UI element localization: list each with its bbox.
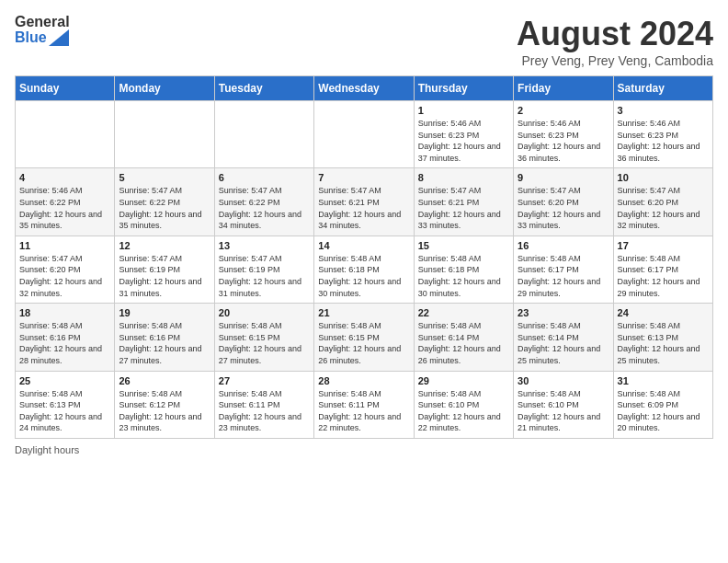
calendar-cell: 29Sunrise: 5:48 AMSunset: 6:10 PMDayligh…	[414, 371, 513, 438]
calendar-cell: 31Sunrise: 5:48 AMSunset: 6:09 PMDayligh…	[613, 371, 712, 438]
cell-info-text: Sunrise: 5:48 AMSunset: 6:14 PMDaylight:…	[418, 320, 509, 366]
cell-day-number: 9	[518, 172, 609, 183]
calendar-cell: 22Sunrise: 5:48 AMSunset: 6:14 PMDayligh…	[414, 304, 513, 371]
cell-info-text: Sunrise: 5:48 AMSunset: 6:10 PMDaylight:…	[518, 388, 609, 434]
calendar-week-2: 4Sunrise: 5:46 AMSunset: 6:22 PMDaylight…	[16, 168, 713, 236]
cell-day-number: 16	[518, 240, 609, 251]
calendar-cell: 26Sunrise: 5:48 AMSunset: 6:12 PMDayligh…	[115, 371, 214, 438]
cell-day-number: 7	[318, 172, 409, 183]
calendar-cell: 11Sunrise: 5:47 AMSunset: 6:20 PMDayligh…	[16, 236, 115, 303]
header: General Blue August 2024 Prey Veng, Prey…	[15, 15, 713, 68]
day-header-monday: Monday	[115, 76, 214, 101]
calendar-cell: 19Sunrise: 5:48 AMSunset: 6:16 PMDayligh…	[115, 304, 214, 371]
cell-info-text: Sunrise: 5:48 AMSunset: 6:16 PMDaylight:…	[119, 320, 210, 366]
calendar-cell: 23Sunrise: 5:48 AMSunset: 6:14 PMDayligh…	[514, 304, 613, 371]
cell-day-number: 17	[618, 240, 709, 251]
calendar-week-4: 18Sunrise: 5:48 AMSunset: 6:16 PMDayligh…	[16, 304, 713, 371]
cell-day-number: 24	[618, 307, 709, 318]
logo-triangle-icon	[49, 29, 69, 46]
calendar-cell: 15Sunrise: 5:48 AMSunset: 6:18 PMDayligh…	[414, 236, 513, 303]
calendar-cell: 28Sunrise: 5:48 AMSunset: 6:11 PMDayligh…	[314, 371, 414, 438]
footer-note: Daylight hours	[15, 444, 713, 455]
cell-info-text: Sunrise: 5:46 AMSunset: 6:23 PMDaylight:…	[418, 118, 509, 164]
calendar-cell: 17Sunrise: 5:48 AMSunset: 6:17 PMDayligh…	[613, 236, 712, 303]
cell-info-text: Sunrise: 5:47 AMSunset: 6:20 PMDaylight:…	[19, 253, 110, 299]
cell-info-text: Sunrise: 5:48 AMSunset: 6:15 PMDaylight:…	[318, 320, 409, 366]
cell-day-number: 3	[618, 105, 709, 116]
cell-info-text: Sunrise: 5:48 AMSunset: 6:14 PMDaylight:…	[518, 320, 609, 366]
calendar-cell: 10Sunrise: 5:47 AMSunset: 6:20 PMDayligh…	[613, 168, 712, 236]
cell-day-number: 31	[618, 375, 709, 386]
cell-day-number: 23	[518, 307, 609, 318]
cell-info-text: Sunrise: 5:47 AMSunset: 6:20 PMDaylight:…	[618, 185, 709, 231]
logo: General Blue	[15, 15, 70, 46]
calendar-cell: 24Sunrise: 5:48 AMSunset: 6:13 PMDayligh…	[613, 304, 712, 371]
calendar-week-1: 1Sunrise: 5:46 AMSunset: 6:23 PMDaylight…	[16, 101, 713, 168]
cell-info-text: Sunrise: 5:47 AMSunset: 6:21 PMDaylight:…	[318, 185, 409, 231]
day-header-friday: Friday	[514, 76, 613, 101]
calendar-cell	[214, 101, 313, 168]
cell-info-text: Sunrise: 5:48 AMSunset: 6:18 PMDaylight:…	[418, 253, 509, 299]
cell-day-number: 25	[19, 375, 110, 386]
cell-info-text: Sunrise: 5:48 AMSunset: 6:13 PMDaylight:…	[618, 320, 709, 366]
calendar-cell: 2Sunrise: 5:46 AMSunset: 6:23 PMDaylight…	[514, 101, 613, 168]
cell-info-text: Sunrise: 5:47 AMSunset: 6:19 PMDaylight:…	[119, 253, 210, 299]
cell-day-number: 4	[19, 172, 110, 183]
cell-info-text: Sunrise: 5:48 AMSunset: 6:16 PMDaylight:…	[19, 320, 110, 366]
cell-day-number: 26	[119, 375, 210, 386]
cell-day-number: 1	[418, 105, 509, 116]
calendar-cell: 21Sunrise: 5:48 AMSunset: 6:15 PMDayligh…	[314, 304, 414, 371]
cell-info-text: Sunrise: 5:47 AMSunset: 6:22 PMDaylight:…	[219, 185, 310, 231]
cell-day-number: 10	[618, 172, 709, 183]
logo-general: General	[15, 15, 70, 29]
cell-info-text: Sunrise: 5:48 AMSunset: 6:09 PMDaylight:…	[618, 388, 709, 434]
cell-day-number: 22	[418, 307, 509, 318]
cell-info-text: Sunrise: 5:47 AMSunset: 6:22 PMDaylight:…	[119, 185, 210, 231]
cell-info-text: Sunrise: 5:48 AMSunset: 6:18 PMDaylight:…	[318, 253, 409, 299]
cell-day-number: 20	[219, 307, 310, 318]
cell-day-number: 14	[318, 240, 409, 251]
cell-info-text: Sunrise: 5:48 AMSunset: 6:11 PMDaylight:…	[318, 388, 409, 434]
calendar-cell: 8Sunrise: 5:47 AMSunset: 6:21 PMDaylight…	[414, 168, 513, 236]
cell-info-text: Sunrise: 5:47 AMSunset: 6:21 PMDaylight:…	[418, 185, 509, 231]
cell-day-number: 8	[418, 172, 509, 183]
cell-info-text: Sunrise: 5:46 AMSunset: 6:23 PMDaylight:…	[618, 118, 709, 164]
calendar-table: SundayMondayTuesdayWednesdayThursdayFrid…	[15, 75, 713, 439]
calendar-cell: 9Sunrise: 5:47 AMSunset: 6:20 PMDaylight…	[514, 168, 613, 236]
calendar-cell: 27Sunrise: 5:48 AMSunset: 6:11 PMDayligh…	[214, 371, 313, 438]
calendar-header: SundayMondayTuesdayWednesdayThursdayFrid…	[16, 76, 713, 101]
calendar-cell: 18Sunrise: 5:48 AMSunset: 6:16 PMDayligh…	[16, 304, 115, 371]
calendar-cell	[16, 101, 115, 168]
day-header-sunday: Sunday	[16, 76, 115, 101]
calendar-cell: 12Sunrise: 5:47 AMSunset: 6:19 PMDayligh…	[115, 236, 214, 303]
cell-day-number: 18	[19, 307, 110, 318]
cell-day-number: 15	[418, 240, 509, 251]
cell-day-number: 29	[418, 375, 509, 386]
cell-info-text: Sunrise: 5:46 AMSunset: 6:23 PMDaylight:…	[518, 118, 609, 164]
cell-info-text: Sunrise: 5:47 AMSunset: 6:20 PMDaylight:…	[518, 185, 609, 231]
cell-info-text: Sunrise: 5:46 AMSunset: 6:22 PMDaylight:…	[19, 185, 110, 231]
calendar-cell: 30Sunrise: 5:48 AMSunset: 6:10 PMDayligh…	[514, 371, 613, 438]
cell-info-text: Sunrise: 5:48 AMSunset: 6:17 PMDaylight:…	[518, 253, 609, 299]
day-header-wednesday: Wednesday	[314, 76, 414, 101]
calendar-cell: 25Sunrise: 5:48 AMSunset: 6:13 PMDayligh…	[16, 371, 115, 438]
calendar-cell	[115, 101, 214, 168]
cell-info-text: Sunrise: 5:48 AMSunset: 6:15 PMDaylight:…	[219, 320, 310, 366]
calendar-cell: 6Sunrise: 5:47 AMSunset: 6:22 PMDaylight…	[214, 168, 313, 236]
cell-day-number: 30	[518, 375, 609, 386]
logo-blue: Blue	[15, 30, 47, 45]
calendar-week-5: 25Sunrise: 5:48 AMSunset: 6:13 PMDayligh…	[16, 371, 713, 438]
cell-day-number: 19	[119, 307, 210, 318]
main-title: August 2024	[517, 15, 713, 53]
cell-day-number: 5	[119, 172, 210, 183]
calendar-cell: 3Sunrise: 5:46 AMSunset: 6:23 PMDaylight…	[613, 101, 712, 168]
cell-info-text: Sunrise: 5:48 AMSunset: 6:12 PMDaylight:…	[119, 388, 210, 434]
cell-info-text: Sunrise: 5:48 AMSunset: 6:10 PMDaylight:…	[418, 388, 509, 434]
calendar-cell: 20Sunrise: 5:48 AMSunset: 6:15 PMDayligh…	[214, 304, 313, 371]
calendar-cell: 16Sunrise: 5:48 AMSunset: 6:17 PMDayligh…	[514, 236, 613, 303]
cell-info-text: Sunrise: 5:48 AMSunset: 6:11 PMDaylight:…	[219, 388, 310, 434]
calendar-cell: 13Sunrise: 5:47 AMSunset: 6:19 PMDayligh…	[214, 236, 313, 303]
day-header-thursday: Thursday	[414, 76, 513, 101]
calendar-cell: 14Sunrise: 5:48 AMSunset: 6:18 PMDayligh…	[314, 236, 414, 303]
cell-day-number: 21	[318, 307, 409, 318]
